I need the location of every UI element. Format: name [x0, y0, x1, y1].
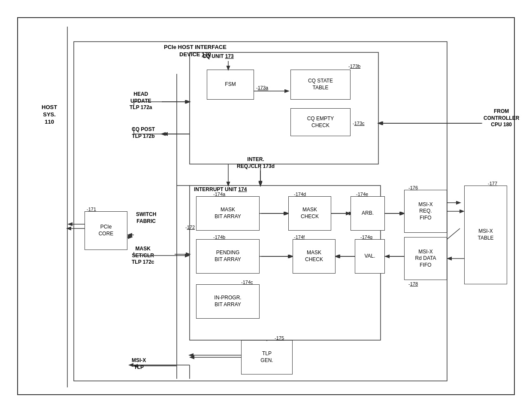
msi-x-rd-data-fifo-box: MSI-X Rd DATA FIFO: [404, 237, 447, 280]
ref-174a: -174a: [213, 191, 225, 197]
cq-unit-label: CQ UNIT 173: [203, 53, 234, 60]
host-sys-label: HOST SYS. 110: [42, 104, 57, 126]
inter-req-clr-label: INTER. REQ./CLR 173d: [237, 156, 275, 170]
ref-174g: -174g: [360, 234, 372, 240]
ref-174f: -174f: [294, 234, 305, 240]
mask-bit-array-box: MASK BIT ARRAY: [196, 196, 260, 231]
msi-x-table-box: MSI-X TABLE: [464, 186, 507, 284]
from-controller-cpu-label: FROM CONTROLLER CPU 180: [484, 108, 519, 128]
mask-check-bottom-box: MASK CHECK: [293, 239, 336, 274]
val-box: VAL.: [355, 239, 385, 274]
ref-173b: -173b: [348, 63, 360, 69]
switch-fabric-label: SWITCH FABRIC: [136, 211, 156, 225]
ref-174c: -174c: [241, 279, 253, 285]
mask-set-clr-label: MASK SET/CLR TLP 172c: [132, 246, 154, 266]
ref-174d: -174d: [294, 191, 306, 197]
ref-172: -172: [185, 224, 195, 230]
arb-box: ARB.: [351, 196, 385, 231]
in-progr-bit-array-box: IN-PROGR. BIT ARRAY: [196, 284, 260, 319]
diagram-container: HOST SYS. 110 PCIe HOST INTERFACE DEVICE…: [17, 17, 515, 395]
cq-post-tlp-label: CQ POST TLP 172b: [132, 126, 155, 140]
pending-bit-array-box: PENDING BIT ARRAY: [196, 239, 260, 274]
ref-171: -171: [87, 206, 96, 212]
cq-empty-check-box: CQ EMPTY CHECK: [290, 108, 351, 136]
ref-174b: -174b: [213, 234, 225, 240]
msi-x-tlp-label: MSI-X TLP: [132, 357, 146, 371]
ref-175: -175: [275, 335, 284, 341]
msi-x-req-fifo-box: MSI-X REQ. FIFO: [404, 190, 447, 233]
ref-173a: -173a: [256, 85, 268, 91]
fsm-box: FSM: [207, 70, 254, 100]
head-update-tlp-label: HEAD UPDATE TLP 172a: [130, 91, 152, 111]
mask-check-top-box: MASK CHECK: [288, 196, 331, 231]
tlp-gen-box: TLP GEN.: [241, 340, 293, 374]
cq-state-table-box: CQ STATE TABLE: [290, 70, 351, 100]
ref-174e: -174e: [356, 191, 368, 197]
ref-178: -178: [408, 281, 418, 287]
cq-state-table-label: CQ STATE: [308, 78, 333, 85]
ref-173c: -173c: [353, 120, 365, 126]
pcie-core-box: PCIe CORE: [85, 211, 127, 250]
ref-177: -177: [488, 180, 497, 186]
ref-176: -176: [408, 185, 418, 191]
